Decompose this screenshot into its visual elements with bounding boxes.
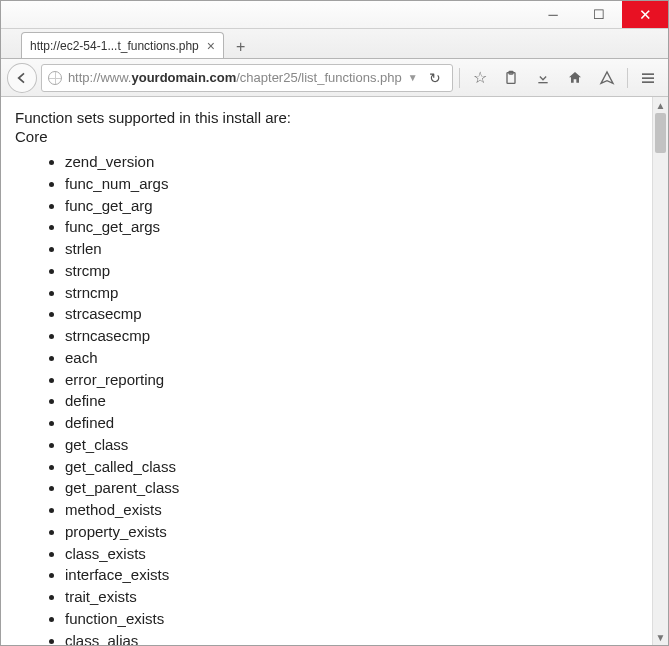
list-item: get_called_class — [65, 456, 638, 478]
address-bar[interactable]: http://www.yourdomain.com/chapter25/list… — [41, 64, 453, 92]
list-item: function_exists — [65, 608, 638, 630]
back-button[interactable] — [7, 63, 37, 93]
list-item: each — [65, 347, 638, 369]
list-item: class_exists — [65, 543, 638, 565]
tab-bar: http://ec2-54-1...t_functions.php × + — [1, 29, 668, 59]
svg-rect-5 — [642, 81, 654, 83]
list-item: property_exists — [65, 521, 638, 543]
menu-icon[interactable] — [634, 64, 662, 92]
svg-rect-3 — [642, 73, 654, 75]
list-item: define — [65, 390, 638, 412]
svg-rect-4 — [642, 77, 654, 79]
list-item: get_parent_class — [65, 477, 638, 499]
list-item: func_num_args — [65, 173, 638, 195]
clipboard-icon[interactable] — [498, 64, 526, 92]
scroll-up-arrow[interactable]: ▲ — [653, 97, 668, 113]
list-item: strncmp — [65, 282, 638, 304]
svg-rect-2 — [539, 82, 548, 83]
reload-button[interactable]: ↻ — [424, 70, 446, 86]
list-item: func_get_arg — [65, 195, 638, 217]
globe-icon — [48, 71, 62, 85]
list-item: error_reporting — [65, 369, 638, 391]
vertical-scrollbar[interactable]: ▲ ▼ — [652, 97, 668, 645]
list-item: zend_version — [65, 151, 638, 173]
list-item: strlen — [65, 238, 638, 260]
list-item: get_class — [65, 434, 638, 456]
minimize-button[interactable]: ─ — [530, 1, 576, 28]
toolbar-separator — [459, 68, 460, 88]
page-heading: Function sets supported in this install … — [15, 109, 638, 126]
close-button[interactable]: ✕ — [622, 1, 668, 28]
maximize-button[interactable]: ☐ — [576, 1, 622, 28]
window-titlebar: ─ ☐ ✕ — [1, 1, 668, 29]
page-content: Function sets supported in this install … — [1, 97, 652, 645]
downloads-icon[interactable] — [529, 64, 557, 92]
list-item: strcasecmp — [65, 303, 638, 325]
home-icon[interactable] — [561, 64, 589, 92]
list-item: interface_exists — [65, 564, 638, 586]
list-item: strcmp — [65, 260, 638, 282]
send-icon[interactable] — [593, 64, 621, 92]
tab-title: http://ec2-54-1...t_functions.php — [30, 39, 199, 53]
function-list: zend_versionfunc_num_argsfunc_get_argfun… — [15, 151, 638, 645]
history-dropdown-icon[interactable]: ▼ — [408, 72, 418, 83]
function-set-name: Core — [15, 128, 638, 145]
new-tab-button[interactable]: + — [230, 36, 251, 58]
list-item: func_get_args — [65, 216, 638, 238]
tab-close-icon[interactable]: × — [207, 38, 215, 54]
list-item: strncasecmp — [65, 325, 638, 347]
browser-tab[interactable]: http://ec2-54-1...t_functions.php × — [21, 32, 224, 58]
list-item: class_alias — [65, 630, 638, 646]
nav-toolbar: http://www.yourdomain.com/chapter25/list… — [1, 59, 668, 97]
toolbar-separator — [627, 68, 628, 88]
list-item: defined — [65, 412, 638, 434]
url-text: http://www.yourdomain.com/chapter25/list… — [68, 70, 402, 85]
content-area: Function sets supported in this install … — [1, 97, 668, 645]
scroll-thumb[interactable] — [655, 113, 666, 153]
scroll-down-arrow[interactable]: ▼ — [653, 629, 668, 645]
bookmark-star-icon[interactable]: ☆ — [466, 64, 494, 92]
browser-window: ─ ☐ ✕ http://ec2-54-1...t_functions.php … — [0, 0, 669, 646]
list-item: method_exists — [65, 499, 638, 521]
list-item: trait_exists — [65, 586, 638, 608]
